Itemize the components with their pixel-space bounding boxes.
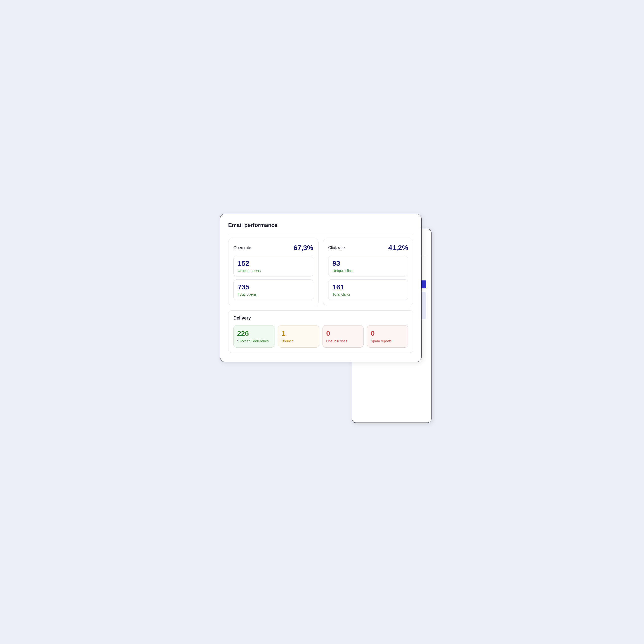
successful-deliveries-number: 226	[237, 329, 271, 337]
rate-section: Open rate 67,3% 152 Unique opens 735 Tot…	[228, 239, 413, 305]
click-rate-label: Click rate	[328, 246, 345, 250]
total-clicks-box: 161 Total clicks	[328, 279, 408, 300]
unique-clicks-label: Unique clicks	[332, 268, 404, 273]
delivery-grid: 226 Succesful delivieries 1 Bounce 0 Uns…	[233, 325, 408, 348]
unsubscribes-box: 0 Unsubscribes	[322, 325, 364, 348]
unique-opens-box: 152 Unique opens	[233, 256, 313, 276]
click-rate-value: 41,2%	[388, 244, 408, 252]
open-rate-value: 67,3%	[294, 244, 313, 252]
performance-card: Email performance Open rate 67,3% 152 Un…	[220, 214, 422, 362]
unique-opens-label: Unique opens	[238, 268, 309, 273]
unsubscribes-label: Unsubscribes	[326, 339, 360, 343]
delivery-title: Delivery	[233, 316, 408, 321]
total-opens-box: 735 Total opens	[233, 279, 313, 300]
scene: GO letter |name|* e printing and typeset…	[220, 214, 424, 430]
total-clicks-label: Total clicks	[332, 292, 404, 296]
spam-reports-label: Spam reports	[371, 339, 404, 343]
open-stat-boxes: 152 Unique opens 735 Total opens	[233, 256, 313, 300]
unsubscribes-number: 0	[326, 329, 360, 337]
unique-opens-number: 152	[238, 260, 309, 268]
click-rate-card: Click rate 41,2% 93 Unique clicks 161 To…	[323, 239, 413, 305]
total-clicks-number: 161	[332, 283, 404, 291]
total-opens-label: Total opens	[238, 292, 309, 296]
open-rate-header: Open rate 67,3%	[233, 244, 313, 252]
total-opens-number: 735	[238, 283, 309, 291]
successful-deliveries-label: Succesful delivieries	[237, 339, 271, 343]
bounce-number: 1	[282, 329, 315, 337]
spam-reports-box: 0 Spam reports	[367, 325, 408, 348]
spam-reports-number: 0	[371, 329, 404, 337]
delivery-section: Delivery 226 Succesful delivieries 1 Bou…	[228, 310, 413, 353]
unique-clicks-number: 93	[332, 260, 404, 268]
bounce-box: 1 Bounce	[278, 325, 319, 348]
click-stat-boxes: 93 Unique clicks 161 Total clicks	[328, 256, 408, 300]
bounce-label: Bounce	[282, 339, 315, 343]
click-rate-header: Click rate 41,2%	[328, 244, 408, 252]
successful-deliveries-box: 226 Succesful delivieries	[233, 325, 274, 348]
open-rate-card: Open rate 67,3% 152 Unique opens 735 Tot…	[228, 239, 319, 305]
card-title: Email performance	[228, 222, 413, 228]
open-rate-label: Open rate	[233, 246, 251, 250]
unique-clicks-box: 93 Unique clicks	[328, 256, 408, 276]
